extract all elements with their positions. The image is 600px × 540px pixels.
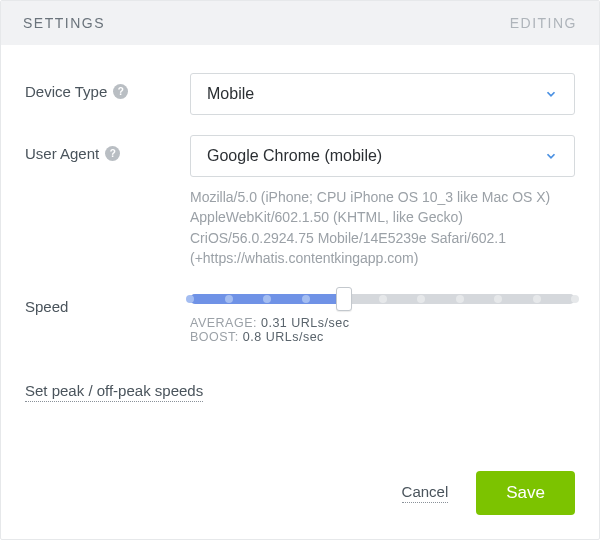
device-type-value: Mobile (207, 85, 254, 103)
panel-title: SETTINGS (23, 15, 105, 31)
slider-tick (494, 295, 502, 303)
speed-row: Speed AVERAGE: 0.31 URLs/sec (25, 288, 575, 344)
panel-body: Device Type ? Mobile User Agent ? Go (1, 45, 599, 539)
speed-avg-value: 0.31 URLs/sec (261, 316, 349, 330)
user-agent-value: Google Chrome (mobile) (207, 147, 382, 165)
speed-control: AVERAGE: 0.31 URLs/sec BOOST: 0.8 URLs/s… (190, 288, 575, 344)
slider-tick (225, 295, 233, 303)
user-agent-raw-string: Mozilla/5.0 (iPhone; CPU iPhone OS 10_3 … (190, 187, 555, 268)
slider-tick (456, 295, 464, 303)
slider-tick (302, 295, 310, 303)
slider-tick (379, 295, 387, 303)
user-agent-control: Google Chrome (mobile) Mozilla/5.0 (iPho… (190, 135, 575, 268)
user-agent-label: User Agent (25, 145, 99, 162)
device-type-select[interactable]: Mobile (190, 73, 575, 115)
panel-header: SETTINGS EDITING (1, 1, 599, 45)
user-agent-row: User Agent ? Google Chrome (mobile) Mozi… (25, 135, 575, 268)
help-icon[interactable]: ? (113, 84, 128, 99)
user-agent-select[interactable]: Google Chrome (mobile) (190, 135, 575, 177)
footer-actions: Cancel Save (25, 471, 575, 515)
chevron-down-icon (544, 87, 558, 101)
device-type-row: Device Type ? Mobile (25, 73, 575, 115)
slider-tick (571, 295, 579, 303)
speed-boost-label: BOOST: (190, 330, 239, 344)
peak-speeds-link[interactable]: Set peak / off-peak speeds (25, 382, 203, 402)
save-button[interactable]: Save (476, 471, 575, 515)
device-type-label-wrap: Device Type ? (25, 73, 190, 100)
user-agent-label-wrap: User Agent ? (25, 135, 190, 162)
device-type-control: Mobile (190, 73, 575, 115)
slider-tick (417, 295, 425, 303)
slider-tick (533, 295, 541, 303)
panel-mode: EDITING (510, 15, 577, 31)
slider-track (190, 294, 575, 304)
peak-link-row: Set peak / off-peak speeds (25, 382, 575, 399)
slider-tick (186, 295, 194, 303)
cancel-button[interactable]: Cancel (402, 483, 449, 503)
speed-stats: AVERAGE: 0.31 URLs/sec BOOST: 0.8 URLs/s… (190, 316, 575, 344)
help-icon[interactable]: ? (105, 146, 120, 161)
speed-boost-value: 0.8 URLs/sec (243, 330, 324, 344)
speed-slider[interactable] (190, 288, 575, 304)
speed-label: Speed (25, 298, 68, 315)
chevron-down-icon (544, 149, 558, 163)
slider-thumb[interactable] (336, 287, 352, 311)
device-type-label: Device Type (25, 83, 107, 100)
speed-avg-label: AVERAGE: (190, 316, 257, 330)
settings-panel: SETTINGS EDITING Device Type ? Mobile Us (0, 0, 600, 540)
slider-tick (263, 295, 271, 303)
speed-label-wrap: Speed (25, 288, 190, 315)
